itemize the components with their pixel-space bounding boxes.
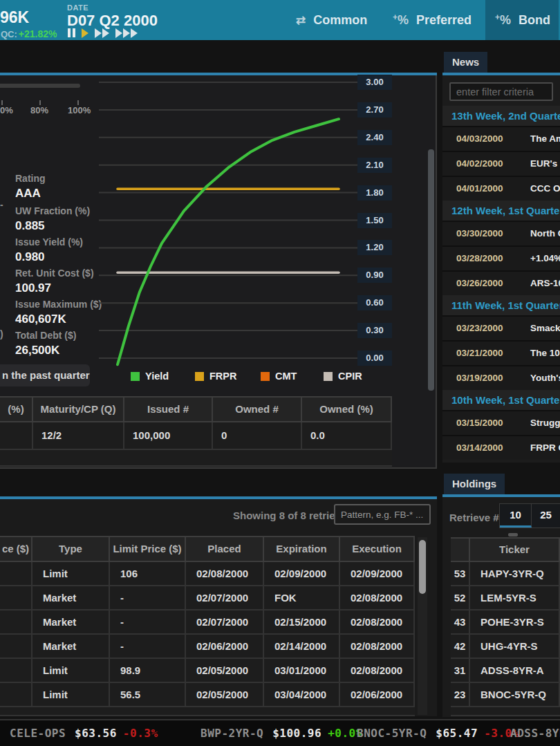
news-item[interactable]: 03/21/2000The 10- (442, 340, 560, 365)
table-cell: 12/2 (33, 422, 124, 449)
table-row[interactable]: 53HAPY-3YR-Q (451, 562, 560, 586)
legend-swatch (324, 372, 333, 381)
table-row[interactable]: 52LEM-5YR-S (451, 586, 560, 610)
tab-news[interactable]: News (444, 52, 487, 73)
table-cell: 02/08/2000 (340, 635, 415, 658)
ticker-symbol: BWP-2YR-Q (200, 727, 263, 740)
fast-forward-icon[interactable] (95, 28, 109, 38)
news-date: 03/14/2000 (456, 436, 503, 460)
field-value: 460,607K (15, 313, 66, 326)
news-item[interactable]: 03/28/2000+1.04% (442, 245, 560, 270)
column-header: ce ($) (0, 537, 32, 561)
y-axis-tick: 1.20 (357, 240, 392, 255)
table-row[interactable]: Limit56.502/05/200003/04/200002/06/2000 (0, 683, 415, 707)
table-row[interactable]: Market-02/07/2000FOK02/08/2000 (0, 586, 415, 610)
slider-label: 0% (0, 105, 13, 115)
tab-preferred[interactable]: +%Preferred (384, 0, 485, 40)
table-cell: FOK (264, 586, 340, 609)
table-row[interactable]: 12/2100,00000.0 (0, 422, 392, 450)
news-item[interactable]: 03/26/2000ARS-100 (442, 270, 560, 295)
retrieve-option-25[interactable]: 25 (532, 504, 560, 528)
news-item[interactable]: 03/19/2000Youth's P (442, 365, 560, 390)
news-item[interactable]: 04/03/2000The Amo (442, 126, 560, 151)
news-item[interactable]: 03/23/2000Smack C (442, 315, 560, 340)
news-headline: Youth's P (530, 366, 560, 390)
table-cell: 02/07/2000 (186, 586, 264, 609)
y-axis-tick: 0.90 (357, 268, 392, 283)
field-label: Rating (15, 173, 46, 184)
news-filter-input[interactable] (449, 82, 553, 101)
table-cell (0, 683, 32, 706)
news-item[interactable]: 03/14/2000FRPR Ch (442, 435, 560, 460)
fraction-slider[interactable] (0, 84, 80, 88)
past-quarter-button[interactable]: n the past quarter (0, 364, 90, 386)
field-label: Ret. Unit Cost ($) (15, 268, 94, 279)
table-row[interactable]: Limit98.902/05/200003/01/200002/08/2000 (0, 659, 415, 683)
news-item[interactable]: 04/01/2000CCC OR I (442, 176, 560, 201)
table-cell: 23 (451, 683, 470, 706)
date-label: DATE (67, 3, 88, 12)
holdings-panel: Retrieve # 1025 Ticker53HAPY-3YR-Q52LEM-… (442, 497, 560, 717)
news-headline: The Amo (530, 127, 560, 151)
ticker-price: $100.96 (272, 727, 321, 740)
table-cell: 100,000 (124, 422, 213, 449)
legend-swatch (261, 372, 270, 381)
table-row[interactable]: Market-02/07/200002/15/200002/08/2000 (0, 610, 415, 635)
ticker-item: BNOC-5YR-Q$65.47-3.0% (357, 720, 519, 746)
fastest-forward-icon[interactable] (115, 28, 138, 38)
table-row[interactable]: Market-02/06/200002/14/200002/08/2000 (0, 635, 415, 659)
retrieve-count-label: Retrieve # (449, 512, 499, 523)
table-cell: 0 (213, 422, 302, 449)
column-header: (%) (0, 398, 33, 421)
news-headline: ARS-100 (530, 272, 560, 295)
table-cell: Limit (32, 562, 110, 585)
panel-scrollbar[interactable] (428, 149, 434, 391)
table-row[interactable]: 42UHG-4YR-S (451, 635, 560, 659)
slider-tick (1, 100, 3, 105)
tab-common[interactable]: ⇄Common (289, 0, 384, 40)
holdings-scrollbar-nub[interactable] (508, 533, 518, 537)
field-label: Issue Maximum ($) (15, 299, 102, 310)
y-axis-tick: 0.00 (357, 351, 392, 366)
news-item[interactable]: 03/30/2000North Ch (442, 221, 560, 245)
table-row[interactable]: Limit10602/08/200002/09/200002/09/2000 (0, 562, 415, 586)
field-label: UW Fraction (%) (15, 205, 90, 216)
pause-icon[interactable] (68, 28, 75, 37)
legend-item-cmt[interactable]: CMT (261, 371, 297, 382)
play-icon[interactable] (82, 28, 88, 38)
table-cell: 02/15/2000 (264, 610, 340, 633)
bond-trading-screen: 96K QC:+21.82% DATE D07 Q2 2000 ⇄Common+… (0, 0, 560, 746)
legend-item-frpr[interactable]: FRPR (195, 371, 236, 382)
table-cell: 53 (451, 562, 470, 585)
y-axis-tick: 2.40 (357, 130, 392, 145)
table-cell: 0.0 (302, 422, 392, 449)
table-cell (0, 422, 33, 449)
table-row[interactable]: 23BNOC-5YR-Q (451, 683, 560, 707)
retrieve-option-10[interactable]: 10 (500, 504, 532, 528)
orders-scrollbar-thumb[interactable] (419, 540, 426, 594)
legend-item-yield[interactable]: Yield (131, 371, 169, 382)
legend-item-cpir[interactable]: CPIR (324, 371, 362, 382)
table-cell: ADSS-8YR-A (470, 659, 560, 682)
table-header-row: Ticker (451, 537, 560, 562)
table-cell (0, 610, 32, 633)
news-item[interactable]: 04/02/2000EUR's Fin (442, 151, 560, 176)
y-axis-tick: 2.10 (357, 158, 392, 173)
column-header: Placed (186, 537, 264, 561)
news-section-header: 12th Week, 1st Quarter, (442, 201, 560, 221)
table-row[interactable]: 43POHE-3YR-S (451, 610, 560, 635)
table-cell: 02/08/2000 (186, 562, 264, 585)
tab-bond[interactable]: +%Bond (485, 0, 559, 40)
table-cell: 02/06/2000 (186, 635, 264, 658)
news-panel: 13th Week, 2nd Quarter04/03/2000The Amo0… (442, 75, 560, 463)
ticker-symbol: CELE-OPS (10, 727, 66, 740)
playback-controls (68, 28, 138, 38)
news-headline: Strugglin (530, 411, 560, 435)
order-filter-input[interactable] (334, 504, 431, 525)
tab-label: Common (313, 13, 367, 28)
table-cell: 02/05/2000 (186, 659, 264, 682)
tab-holdings[interactable]: Holdings (444, 474, 505, 494)
table-row[interactable]: 31ADSS-8YR-A (451, 659, 560, 683)
legend-label: CMT (275, 371, 297, 382)
news-item[interactable]: 03/15/2000Strugglin (442, 410, 560, 435)
